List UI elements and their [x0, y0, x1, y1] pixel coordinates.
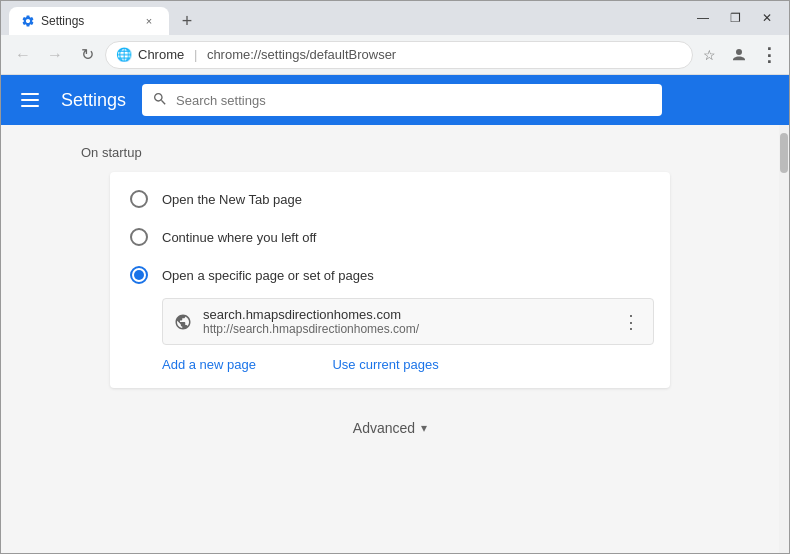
lock-icon: 🌐 — [116, 47, 132, 62]
radio-circle-newtab — [130, 190, 148, 208]
refresh-button[interactable]: ↻ — [73, 41, 101, 69]
content-area: PC On startup Open the New Tab page Cont… — [1, 125, 779, 553]
settings-title: Settings — [61, 90, 126, 111]
url-path: chrome://settings/defaultBrowser — [207, 47, 396, 62]
radio-label-specific: Open a specific page or set of pages — [162, 268, 374, 283]
hamburger-menu[interactable] — [17, 86, 45, 114]
forward-button[interactable]: → — [41, 41, 69, 69]
new-tab-button[interactable]: + — [173, 7, 201, 35]
advanced-button[interactable]: Advanced ▾ — [337, 412, 443, 444]
search-box[interactable] — [142, 84, 662, 116]
bookmark-icon[interactable]: ☆ — [697, 43, 721, 67]
url-separator: | — [194, 47, 197, 62]
url-entry: search.hmapsdirectionhomes.com http://se… — [162, 298, 654, 345]
hamburger-line-3 — [21, 105, 39, 107]
address-text: Chrome | chrome://settings/defaultBrowse… — [138, 47, 682, 62]
settings-tab-icon — [21, 14, 35, 28]
hamburger-line-2 — [21, 99, 39, 101]
scroll-thumb[interactable] — [780, 133, 788, 173]
settings-tab[interactable]: Settings × — [9, 7, 169, 35]
minimize-button[interactable]: — — [689, 4, 717, 32]
tab-title-label: Settings — [41, 14, 135, 28]
search-icon — [152, 91, 168, 110]
advanced-label: Advanced — [353, 420, 415, 436]
address-icons: ☆ ⋮ — [697, 43, 781, 67]
window-controls: — ❐ ✕ — [689, 4, 781, 32]
radio-circle-specific — [130, 266, 148, 284]
section-title: On startup — [81, 145, 779, 160]
browser-window: Settings × + — ❐ ✕ ← → ↻ 🌐 Chrome | chro… — [0, 0, 790, 554]
url-domain: search.hmapsdirectionhomes.com — [203, 307, 609, 322]
settings-header: Settings — [1, 75, 789, 125]
restore-button[interactable]: ❐ — [721, 4, 749, 32]
close-button[interactable]: ✕ — [753, 4, 781, 32]
globe-icon — [173, 312, 193, 332]
main-content: PC On startup Open the New Tab page Cont… — [1, 125, 789, 553]
radio-label-continue: Continue where you left off — [162, 230, 316, 245]
menu-icon[interactable]: ⋮ — [757, 43, 781, 67]
addressbar: ← → ↻ 🌐 Chrome | chrome://settings/defau… — [1, 35, 789, 75]
svg-point-0 — [736, 49, 742, 55]
radio-continue[interactable]: Continue where you left off — [110, 218, 670, 256]
add-page-link[interactable]: Add a new page — [110, 349, 276, 380]
radio-newtab[interactable]: Open the New Tab page — [110, 180, 670, 218]
startup-card: Open the New Tab page Continue where you… — [110, 172, 670, 388]
back-button[interactable]: ← — [9, 41, 37, 69]
chrome-label: Chrome — [138, 47, 184, 62]
radio-label-newtab: Open the New Tab page — [162, 192, 302, 207]
url-full: http://search.hmapsdirectionhomes.com/ — [203, 322, 609, 336]
radio-circle-continue — [130, 228, 148, 246]
advanced-section: Advanced ▾ — [1, 412, 779, 444]
advanced-chevron-icon: ▾ — [421, 421, 427, 435]
url-more-button[interactable]: ⋮ — [619, 310, 643, 334]
use-current-link[interactable]: Use current pages — [280, 349, 458, 380]
tab-close-button[interactable]: × — [141, 13, 157, 29]
titlebar: Settings × + — ❐ ✕ — [1, 1, 789, 35]
tab-bar: Settings × + — [9, 1, 689, 35]
hamburger-line-1 — [21, 93, 39, 95]
profile-icon[interactable] — [727, 43, 751, 67]
scrollbar[interactable] — [779, 125, 789, 553]
radio-specific[interactable]: Open a specific page or set of pages — [110, 256, 670, 294]
url-info: search.hmapsdirectionhomes.com http://se… — [203, 307, 609, 336]
address-field[interactable]: 🌐 Chrome | chrome://settings/defaultBrow… — [105, 41, 693, 69]
search-input[interactable] — [176, 93, 652, 108]
